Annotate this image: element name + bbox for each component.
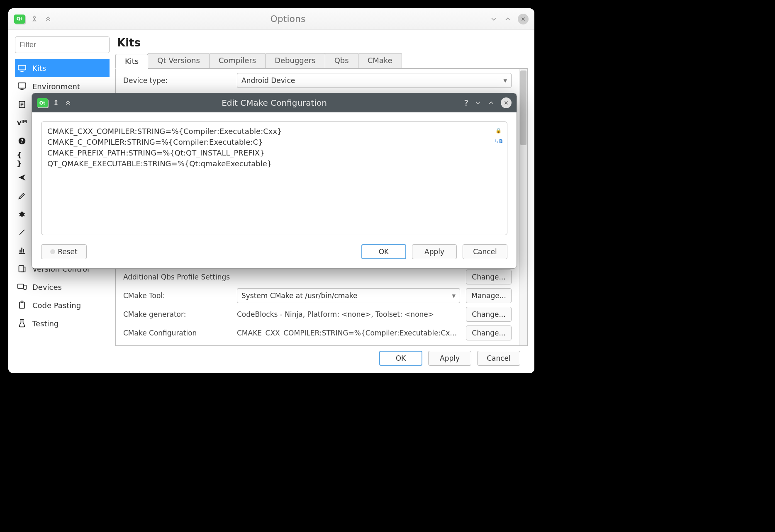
dialog-ok-button[interactable]: OK (361, 244, 406, 259)
editor-line: CMAKE_PREFIX_PATH:STRING=%{Qt:QT_INSTALL… (47, 148, 501, 158)
cmake-generator-label: CMake generator: (123, 310, 231, 318)
sidebar-item-kits[interactable]: Kits (15, 59, 110, 77)
help-button[interactable]: ? (464, 98, 468, 108)
tab-debuggers[interactable]: Debuggers (265, 53, 325, 68)
cmake-generator-value: CodeBlocks - Ninja, Platform: <none>, To… (237, 310, 460, 318)
cmake-generator-change-button[interactable]: Change... (466, 307, 512, 322)
toggle-icon (50, 249, 55, 254)
cmake-config-editor[interactable]: CMAKE_CXX_COMPILER:STRING=%{Compiler:Exe… (41, 121, 507, 235)
qbs-change-button[interactable]: Change... (466, 270, 512, 284)
qt-logo-icon: Qt (37, 98, 48, 107)
filter-input[interactable] (15, 36, 110, 53)
branch-icon (17, 265, 27, 273)
tab-bar: Kits Qt Versions Compilers Debuggers Qbs… (115, 53, 528, 69)
pin-icon[interactable] (31, 15, 38, 23)
reset-label: Reset (58, 248, 78, 256)
pin-icon[interactable] (53, 100, 59, 106)
svg-rect-1 (18, 83, 26, 88)
bug-icon (17, 210, 27, 218)
sidebar-item-label: Kits (32, 64, 46, 73)
cmake-config-change-button[interactable]: Change... (466, 326, 512, 340)
svg-rect-8 (24, 285, 26, 289)
svg-rect-7 (18, 284, 24, 288)
chevron-down-icon: ▾ (503, 76, 507, 85)
dialog-title: Edit CMake Configuration (103, 98, 445, 108)
cmake-tool-select[interactable]: System CMake at /usr/bin/cmake ▾ (237, 288, 460, 303)
svg-point-5 (20, 212, 24, 217)
variable-hint-icon[interactable]: 🔒 ↳B (495, 125, 503, 147)
chevron-up-icon[interactable] (487, 99, 495, 107)
cmake-tool-label: CMake Tool: (123, 292, 231, 300)
tab-kits[interactable]: Kits (115, 54, 148, 69)
close-icon[interactable] (501, 97, 512, 108)
dialog-cancel-button[interactable]: Cancel (463, 244, 507, 259)
editor-line: CMAKE_C_COMPILER:STRING=%{Compiler:Execu… (47, 137, 501, 148)
options-window: Qt Options Kits (8, 8, 534, 373)
chevron-down-icon[interactable] (490, 15, 498, 23)
qbs-profile-label: Additional Qbs Profile Settings (123, 273, 231, 281)
device-type-value: Android Device (241, 76, 295, 85)
options-apply-button[interactable]: Apply (428, 351, 471, 366)
cmake-tool-value: System CMake at /usr/bin/cmake (241, 292, 357, 300)
send-icon (17, 173, 27, 182)
window-titlebar: Qt Options (8, 8, 534, 30)
svg-rect-6 (19, 266, 24, 272)
editor-line: QT_QMAKE_EXECUTABLE:STRING=%{Qt:qmakeExe… (47, 158, 501, 169)
reset-button[interactable]: Reset (41, 244, 87, 259)
close-icon[interactable] (518, 14, 529, 24)
kits-icon (17, 64, 27, 72)
options-ok-button[interactable]: OK (379, 351, 422, 366)
dialog-titlebar: Qt Edit CMake Configuration ? (32, 93, 517, 112)
chevron-up-icon[interactable] (504, 15, 512, 23)
options-cancel-button[interactable]: Cancel (477, 351, 520, 366)
tab-compilers[interactable]: Compilers (209, 53, 266, 68)
device-type-select[interactable]: Android Device ▾ (237, 73, 512, 88)
sidebar-item-label: Testing (32, 319, 58, 328)
chart-icon (17, 246, 27, 255)
page-title: Kits (117, 36, 528, 49)
panel-scrollbar[interactable] (519, 69, 527, 345)
editor-line: CMAKE_CXX_COMPILER:STRING=%{Compiler:Exe… (47, 126, 501, 137)
tab-qbs[interactable]: Qbs (325, 53, 358, 68)
braces-icon: { } (17, 151, 27, 168)
pencil-icon (17, 192, 27, 200)
sidebar-item-label: Code Pasting (32, 301, 81, 310)
edit-cmake-dialog: Qt Edit CMake Configuration ? CMAKE (32, 93, 517, 269)
sidebar-item-code-pasting[interactable]: Code Pasting (15, 296, 110, 314)
svg-rect-0 (18, 66, 26, 70)
monitor-icon (17, 82, 27, 90)
device-type-label: Device type: (123, 76, 231, 85)
devices-icon (17, 283, 27, 291)
chevron-double-up-icon[interactable] (44, 15, 52, 23)
slash-icon (17, 228, 27, 236)
clipboard-icon (17, 301, 27, 310)
beaker-icon (17, 319, 27, 328)
tab-qt-versions[interactable]: Qt Versions (148, 53, 210, 68)
chevron-down-icon[interactable] (474, 99, 482, 107)
sidebar-item-testing[interactable]: Testing (15, 314, 110, 333)
sidebar-item-label: Environment (32, 82, 80, 91)
qt-logo-icon: Qt (14, 15, 25, 24)
cmake-config-label: CMake Configuration (123, 329, 231, 337)
scrollbar-thumb[interactable] (520, 70, 526, 145)
svg-text:?: ? (21, 138, 24, 144)
cmake-tool-manage-button[interactable]: Manage... (466, 288, 512, 303)
chevron-down-icon: ▾ (452, 292, 456, 300)
window-title: Options (97, 14, 479, 24)
chevron-double-up-icon[interactable] (64, 99, 72, 107)
document-icon (17, 100, 27, 109)
cmake-config-value: CMAKE_CXX_COMPILER:STRING=%{Compiler:Exe… (237, 329, 460, 337)
vim-icon: VIM (17, 119, 27, 126)
tab-cmake[interactable]: CMake (358, 53, 402, 68)
sidebar-item-devices[interactable]: Devices (15, 278, 110, 296)
sidebar-item-label: Devices (32, 283, 62, 292)
dialog-apply-button[interactable]: Apply (412, 244, 457, 259)
help-icon: ? (17, 137, 27, 145)
